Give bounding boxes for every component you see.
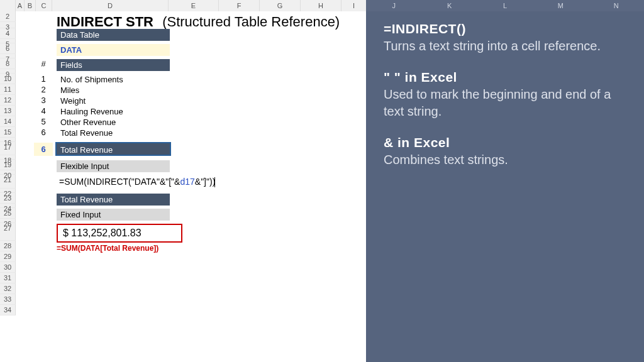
field-label-4: Hauling Revenue: [57, 106, 170, 117]
header-fields: Fields: [57, 59, 170, 71]
col-E[interactable]: E: [169, 0, 219, 11]
page-title: INDIRECT STR (Structured Table Reference…: [57, 14, 340, 30]
info-title-3: & in Excel: [384, 135, 626, 150]
fixed-formula-text: =SUM(DATA[Total Revenue]): [57, 244, 195, 253]
field-num-6: 6: [35, 128, 52, 137]
title-sub: (Structured Table Reference): [162, 14, 340, 30]
col-C[interactable]: C: [36, 0, 52, 11]
result-cell[interactable]: $ 113,252,801.83: [57, 224, 182, 243]
header-data-table: Data Table: [57, 29, 170, 41]
field-num-1: 1: [35, 74, 52, 84]
info-title-2: " " in Excel: [384, 70, 626, 85]
col-L[interactable]: L: [477, 0, 533, 11]
header-fixed-revenue: Total Revenue: [57, 194, 170, 206]
col-M[interactable]: M: [533, 0, 588, 11]
row-headers: 2 3 4 5 6 7 8 9 10 11 12 13 14 15 16 17 …: [0, 11, 16, 315]
info-body-2: Used to mark the beginning and end of a …: [384, 86, 626, 120]
info-section-indirect: =INDIRECT() Turns a text string into a c…: [384, 21, 626, 55]
col-I[interactable]: I: [341, 0, 367, 11]
col-H[interactable]: H: [301, 0, 341, 11]
formula-suffix: &"]")): [195, 177, 216, 187]
formula-cell-ref: d17: [180, 177, 194, 187]
col-B[interactable]: B: [25, 0, 36, 11]
label-flexible-input: Flexible Input: [57, 160, 170, 172]
field-num-4: 4: [35, 106, 52, 116]
title-main: INDIRECT STR: [57, 14, 153, 30]
hash-label: #: [35, 59, 52, 69]
col-G[interactable]: G: [260, 0, 301, 11]
column-headers-right: J K L M N: [366, 0, 644, 11]
info-panel: J K L M N =INDIRECT() Turns a text strin…: [366, 0, 644, 362]
formula-editing-cell[interactable]: =SUM(INDIRECT("DATA"&"["&d17&"]")): [57, 175, 236, 189]
field-label-6: Total Revenue: [57, 128, 170, 138]
info-body-3: Combines text strings.: [384, 151, 626, 168]
field-num-5: 5: [35, 117, 52, 126]
col-F[interactable]: F: [219, 0, 260, 11]
col-D[interactable]: D: [52, 0, 169, 11]
info-section-quotes: " " in Excel Used to mark the beginning …: [384, 70, 626, 120]
field-num-2: 2: [35, 85, 52, 94]
info-title-1: =INDIRECT(): [384, 21, 626, 36]
info-section-ampersand: & in Excel Combines text strings.: [384, 135, 626, 168]
field-num-3: 3: [35, 96, 52, 105]
col-J[interactable]: J: [366, 0, 421, 11]
worksheet-area[interactable]: INDIRECT STR (Structured Table Reference…: [16, 11, 366, 362]
col-A[interactable]: A: [16, 0, 25, 11]
col-N[interactable]: N: [589, 0, 644, 11]
cell-data-name[interactable]: DATA: [57, 44, 170, 56]
selected-index-cell[interactable]: 6: [34, 143, 53, 156]
info-body-1: Turns a text string into a cell referenc…: [384, 38, 626, 55]
field-label-1: No. of Shipments: [57, 74, 170, 85]
col-K[interactable]: K: [421, 0, 477, 11]
formula-prefix: =SUM(INDIRECT("DATA"&"["&: [59, 177, 180, 187]
field-label-5: Other Revenue: [57, 117, 170, 128]
field-label-2: Miles: [57, 85, 170, 96]
label-fixed-input: Fixed Input: [57, 209, 170, 221]
text-cursor-icon: [214, 177, 215, 187]
selection-border-icon: [55, 142, 171, 156]
field-label-3: Weight: [57, 96, 170, 106]
